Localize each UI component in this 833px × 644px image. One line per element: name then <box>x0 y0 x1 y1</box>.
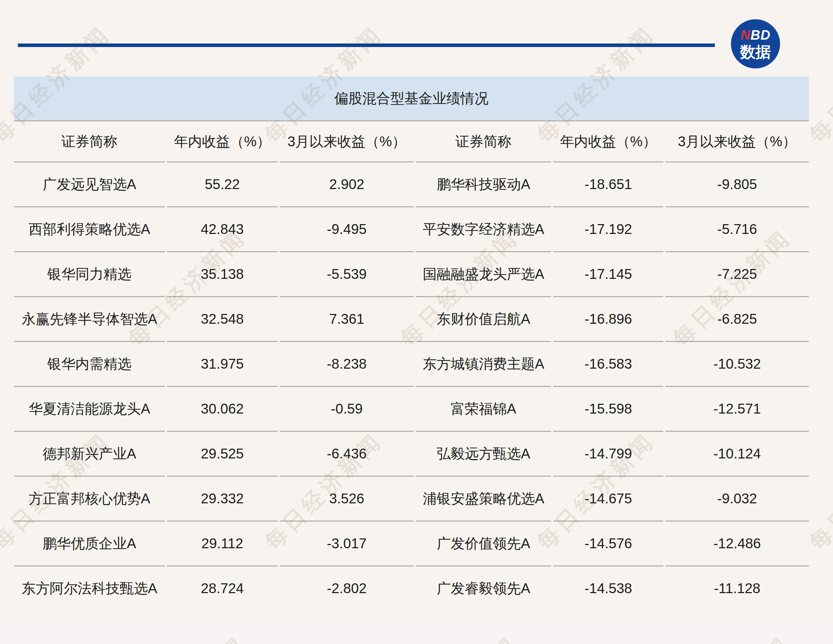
fund-name-cell: 永赢先锋半导体智选A <box>14 297 165 342</box>
return-value-cell: 29.332 <box>167 477 278 522</box>
return-value-cell: -14.538 <box>553 567 663 610</box>
fund-name-cell: 东财价值启航A <box>416 297 551 342</box>
return-value-cell: -10.532 <box>666 342 809 387</box>
table-row: 德邦新兴产业A29.525-6.436弘毅远方甄选A-14.799-10.124 <box>14 432 809 477</box>
fund-name-cell: 东方城镇消费主题A <box>416 342 551 387</box>
return-value-cell: -9.495 <box>280 207 414 252</box>
top-divider-line <box>18 43 715 47</box>
table-body: 广发远见智选A55.222.902鹏华科技驱动A-18.651-9.805西部利… <box>14 163 809 610</box>
return-value-cell: 42.843 <box>167 207 278 252</box>
return-value-cell: 28.724 <box>167 567 278 610</box>
return-value-cell: 35.138 <box>167 252 278 297</box>
column-header: 证券简称 <box>14 121 165 163</box>
return-value-cell: -3.017 <box>280 522 414 567</box>
return-value-cell: 30.062 <box>167 387 278 432</box>
fund-name-cell: 国融融盛龙头严选A <box>416 252 551 297</box>
fund-name-cell: 方正富邦核心优势A <box>14 477 165 522</box>
fund-name-cell: 鹏华优质企业A <box>14 522 165 567</box>
logo-letter-n: N <box>740 28 750 42</box>
logo-nbd-text: NBD <box>740 28 770 42</box>
column-header: 年内收益（%） <box>167 121 278 163</box>
return-value-cell: -18.651 <box>553 163 663 207</box>
return-value-cell: -16.896 <box>553 297 663 342</box>
fund-name-cell: 平安数字经济精选A <box>416 207 551 252</box>
fund-name-cell: 德邦新兴产业A <box>14 432 165 477</box>
fund-name-cell: 西部利得策略优选A <box>14 207 165 252</box>
table-row: 东方阿尔法科技甄选A28.724-2.802广发睿毅领先A-14.538-11.… <box>14 567 809 610</box>
return-value-cell: 3.526 <box>280 477 414 522</box>
table-row: 鹏华优质企业A29.112-3.017广发价值领先A-14.576-12.486 <box>14 522 809 567</box>
title-row: 偏股混合型基金业绩情况 <box>14 76 809 121</box>
fund-name-cell: 东方阿尔法科技甄选A <box>14 567 165 610</box>
table-header-row: 证券简称年内收益（%）3月以来收益（%）证券简称年内收益（%）3月以来收益（%） <box>14 121 809 163</box>
table-row: 广发远见智选A55.222.902鹏华科技驱动A-18.651-9.805 <box>14 163 809 207</box>
return-value-cell: -12.571 <box>666 387 809 432</box>
table-row: 银华内需精选31.975-8.238东方城镇消费主题A-16.583-10.53… <box>14 342 809 387</box>
fund-name-cell: 广发睿毅领先A <box>416 567 551 610</box>
return-value-cell: -6.436 <box>280 432 414 477</box>
column-header: 3月以来收益（%） <box>280 121 414 163</box>
return-value-cell: -7.225 <box>666 252 809 297</box>
fund-name-cell: 鹏华科技驱动A <box>416 163 551 207</box>
return-value-cell: -5.716 <box>666 207 809 252</box>
column-header: 证券简称 <box>416 121 551 163</box>
return-value-cell: -8.238 <box>280 342 414 387</box>
return-value-cell: -17.145 <box>553 252 663 297</box>
logo-caption: 数据 <box>740 44 771 60</box>
column-header: 年内收益（%） <box>553 121 663 163</box>
fund-name-cell: 富荣福锦A <box>416 387 551 432</box>
return-value-cell: 31.975 <box>167 342 278 387</box>
fund-name-cell: 银华同力精选 <box>14 252 165 297</box>
column-header: 3月以来收益（%） <box>666 121 809 163</box>
fund-performance-table: 偏股混合型基金业绩情况 证券简称年内收益（%）3月以来收益（%）证券简称年内收益… <box>12 76 811 610</box>
return-value-cell: 32.548 <box>167 297 278 342</box>
fund-name-cell: 广发价值领先A <box>416 522 551 567</box>
return-value-cell: -16.583 <box>553 342 663 387</box>
return-value-cell: -2.802 <box>280 567 414 610</box>
return-value-cell: -11.128 <box>666 567 809 610</box>
table-row: 银华同力精选35.138-5.539国融融盛龙头严选A-17.145-7.225 <box>14 252 809 297</box>
return-value-cell: -14.576 <box>553 522 663 567</box>
return-value-cell: -12.486 <box>666 522 809 567</box>
fund-name-cell: 华夏清洁能源龙头A <box>14 387 165 432</box>
return-value-cell: 2.902 <box>280 163 414 207</box>
fund-name-cell: 广发远见智选A <box>14 163 165 207</box>
return-value-cell: -9.032 <box>666 477 809 522</box>
return-value-cell: -14.675 <box>553 477 663 522</box>
return-value-cell: -9.805 <box>666 163 809 207</box>
logo-letters-bd: BD <box>751 28 770 42</box>
return-value-cell: 29.525 <box>167 432 278 477</box>
table-row: 方正富邦核心优势A29.3323.526浦银安盛策略优选A-14.675-9.0… <box>14 477 809 522</box>
table-title: 偏股混合型基金业绩情况 <box>14 76 809 121</box>
table-row: 华夏清洁能源龙头A30.062-0.59富荣福锦A-15.598-12.571 <box>14 387 809 432</box>
fund-name-cell: 弘毅远方甄选A <box>416 432 551 477</box>
return-value-cell: -15.598 <box>553 387 663 432</box>
fund-name-cell: 浦银安盛策略优选A <box>416 477 551 522</box>
return-value-cell: 7.361 <box>280 297 414 342</box>
return-value-cell: -0.59 <box>280 387 414 432</box>
return-value-cell: 55.22 <box>167 163 278 207</box>
nbd-data-logo: NBD 数据 <box>731 19 780 68</box>
fund-name-cell: 银华内需精选 <box>14 342 165 387</box>
footer-strip <box>0 623 833 644</box>
return-value-cell: -6.825 <box>666 297 809 342</box>
table-row: 永赢先锋半导体智选A32.5487.361东财价值启航A-16.896-6.82… <box>14 297 809 342</box>
return-value-cell: 29.112 <box>167 522 278 567</box>
return-value-cell: -17.192 <box>553 207 663 252</box>
return-value-cell: -10.124 <box>666 432 809 477</box>
return-value-cell: -14.799 <box>553 432 663 477</box>
return-value-cell: -5.539 <box>280 252 414 297</box>
table-row: 西部利得策略优选A42.843-9.495平安数字经济精选A-17.192-5.… <box>14 207 809 252</box>
